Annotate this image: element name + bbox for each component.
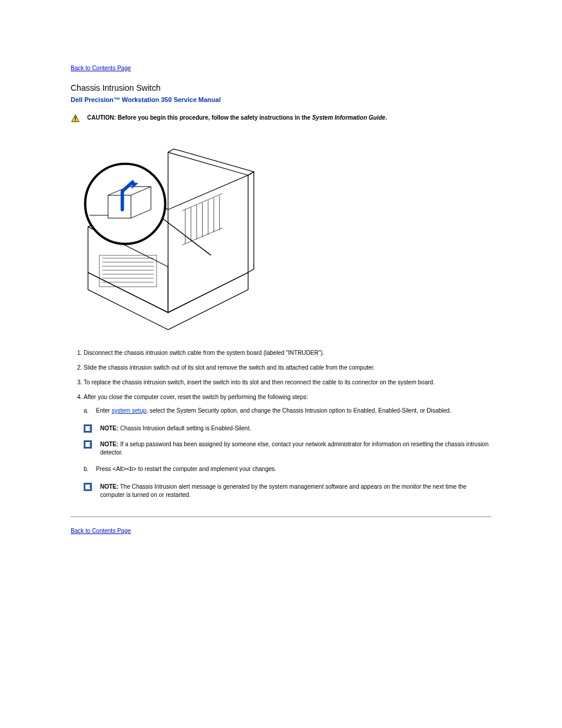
note-3-label: NOTE: [100,483,118,490]
caution-block: CAUTION: Before you begin this procedure… [71,114,491,123]
note-icon [84,483,97,491]
caution-icon-col [71,114,84,123]
note-1: NOTE: Chassis Intrusion default setting … [84,424,491,433]
step-3: To replace the chassis intrusion switch,… [84,378,491,387]
caution-guide: System Information Guide [312,114,385,121]
step-4b-label: b. [84,465,94,473]
step-4a: a. Enter system setup, select the System… [84,406,491,457]
svg-rect-2 [75,120,76,121]
caution-tail: . [385,114,387,121]
note-3-text: The Chassis Intrusion alert message is g… [100,483,467,499]
caution-label: CAUTION: Before you begin this procedure… [87,114,312,121]
caution-text: CAUTION: Before you begin this procedure… [87,114,491,123]
chassis-diagram [77,141,491,337]
step-1: Disconnect the chassis intrusion switch … [84,348,491,357]
system-setup-link[interactable]: system setup [111,407,146,414]
back-link-bottom[interactable]: Back to Contents Page [71,528,131,534]
substeps: a. Enter system setup, select the System… [84,406,491,500]
step-4b: b. Press <Alt><b> to restart the compute… [84,465,491,500]
steps-list: Disconnect the chassis intrusion switch … [74,348,491,500]
back-link-top[interactable]: Back to Contents Page [71,65,131,71]
step-4a-post: , select the System Security option, and… [146,407,451,414]
note-1-label: NOTE: [100,425,118,431]
caution-icon [71,114,84,123]
step-4a-pre: Enter [96,407,112,414]
step-2: Slide the chassis intrusion switch out o… [84,363,491,372]
page-container: Back to Contents Page Chassis Intrusion … [0,0,562,569]
note-2-label: NOTE: [100,441,118,447]
step-4a-label: a. [84,406,94,415]
svg-point-21 [85,164,166,244]
manual-title: Dell Precision™ Workstation 350 Service … [71,96,491,103]
note-3: NOTE: The Chassis Intrusion alert messag… [84,483,491,500]
note-1-text: Chassis Intrusion default setting is Ena… [118,425,251,431]
svg-rect-1 [75,117,76,120]
note-2: NOTE: If a setup password has been assig… [84,440,491,457]
step-4b-text: Press <Alt><b> to restart the computer a… [96,466,276,472]
divider [71,516,491,517]
step-4: After you close the computer cover, rese… [84,393,491,500]
page-title: Chassis Intrusion Switch [71,83,491,93]
step-4-text: After you close the computer cover, rese… [84,394,308,400]
note-2-text: If a setup password has been assigned by… [100,441,488,456]
note-icon [84,440,97,449]
note-icon [84,424,97,433]
